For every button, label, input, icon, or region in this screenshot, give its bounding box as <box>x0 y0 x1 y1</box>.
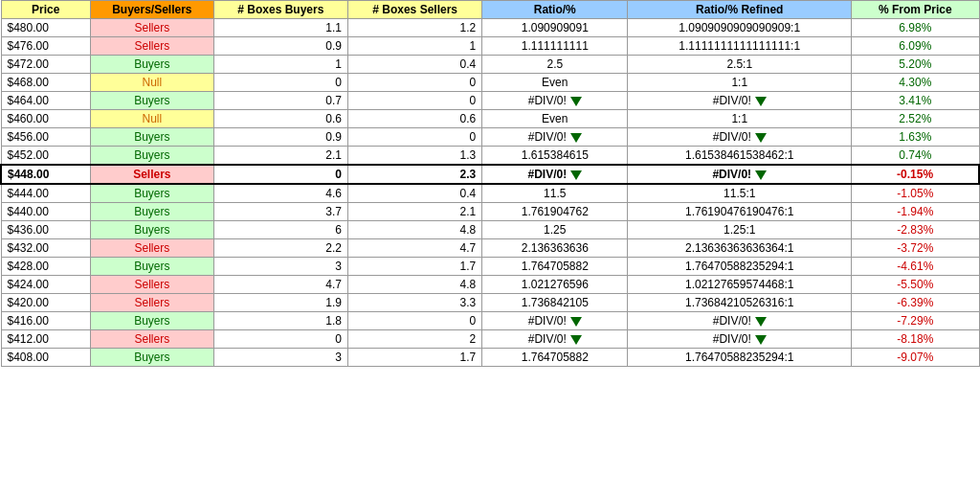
box-sellers-cell: 2.3 <box>347 165 481 184</box>
buyers-sellers-cell: Sellers <box>91 19 214 37</box>
price-cell: $440.00 <box>1 203 91 221</box>
from-price-cell: 6.09% <box>852 37 979 56</box>
box-sellers-cell: 0.4 <box>347 184 481 203</box>
table-row: $412.00Sellers02#DIV/0!#DIV/0!-8.18% <box>1 330 979 349</box>
from-price-cell: -6.39% <box>852 294 979 312</box>
table-row: $420.00Sellers1.93.31.7368421051.7368421… <box>1 294 979 312</box>
box-sellers-cell: 1.7 <box>347 349 481 367</box>
table-row: $472.00Buyers10.42.52.5:15.20% <box>1 56 979 74</box>
price-table: PriceBuyers/Sellers# Boxes Buyers# Boxes… <box>0 0 980 367</box>
triangle-icon <box>570 317 582 327</box>
triangle-icon <box>570 97 582 106</box>
table-row: $432.00Sellers2.24.72.1363636362.1363636… <box>1 239 979 258</box>
box-sellers-cell: 4.8 <box>347 221 481 239</box>
buyers-sellers-cell: Sellers <box>91 239 214 258</box>
price-cell: $436.00 <box>1 221 91 239</box>
box-buyers-cell: 0.7 <box>213 92 347 110</box>
column-header-0: Price <box>1 1 91 19</box>
ratio-refined-cell: 1.76190476190476:1 <box>628 203 852 221</box>
buyers-sellers-cell: Buyers <box>91 92 214 110</box>
price-cell: $444.00 <box>1 184 91 203</box>
ratio-cell: 2.136363636 <box>482 239 628 258</box>
buyers-sellers-cell: Buyers <box>91 128 214 147</box>
table-row: $468.00Null00Even1:14.30% <box>1 74 979 92</box>
triangle-icon <box>570 170 582 180</box>
table-row: $440.00Buyers3.72.11.7619047621.76190476… <box>1 203 979 221</box>
price-cell: $468.00 <box>1 74 91 92</box>
ratio-cell: #DIV/0! <box>482 92 628 110</box>
box-sellers-cell: 4.7 <box>347 239 481 258</box>
ratio-cell: 2.5 <box>482 56 628 74</box>
ratio-refined-cell: 2.13636363636364:1 <box>628 239 852 258</box>
box-sellers-cell: 1.7 <box>347 258 481 276</box>
table-row: $436.00Buyers64.81.251.25:1-2.83% <box>1 221 979 239</box>
ratio-refined-cell: 11.5:1 <box>628 184 852 203</box>
price-cell: $416.00 <box>1 312 91 330</box>
buyers-sellers-cell: Buyers <box>91 147 214 166</box>
column-header-2: # Boxes Buyers <box>213 1 347 19</box>
ratio-cell: 1.111111111 <box>482 37 628 56</box>
box-sellers-cell: 3.3 <box>347 294 481 312</box>
ratio-refined-cell: 1.73684210526316:1 <box>628 294 852 312</box>
ratio-cell: 1.761904762 <box>482 203 628 221</box>
price-cell: $420.00 <box>1 294 91 312</box>
ratio-cell: #DIV/0! <box>482 165 628 184</box>
box-buyers-cell: 4.6 <box>213 184 347 203</box>
ratio-cell: Even <box>482 74 628 92</box>
from-price-cell: -1.94% <box>852 203 979 221</box>
buyers-sellers-cell: Null <box>91 110 214 128</box>
price-cell: $472.00 <box>1 56 91 74</box>
ratio-cell: 1.021276596 <box>482 276 628 294</box>
ratio-cell: #DIV/0! <box>482 330 628 349</box>
table-row: $480.00Sellers1.11.21.0909090911.0909090… <box>1 19 979 37</box>
box-sellers-cell: 0 <box>347 92 481 110</box>
ratio-refined-cell: 1:1 <box>628 74 852 92</box>
price-cell: $480.00 <box>1 19 91 37</box>
triangle-icon <box>570 335 582 345</box>
box-buyers-cell: 3 <box>213 349 347 367</box>
price-cell: $464.00 <box>1 92 91 110</box>
price-cell: $460.00 <box>1 110 91 128</box>
buyers-sellers-cell: Null <box>91 74 214 92</box>
box-buyers-cell: 0 <box>213 330 347 349</box>
price-cell: $408.00 <box>1 349 91 367</box>
ratio-cell: 1.090909091 <box>482 19 628 37</box>
triangle-icon <box>755 133 767 143</box>
ratio-refined-cell: 1:1 <box>628 110 852 128</box>
table-row: $448.00Sellers02.3#DIV/0!#DIV/0!-0.15% <box>1 165 979 184</box>
box-buyers-cell: 0.6 <box>213 110 347 128</box>
box-sellers-cell: 1.2 <box>347 19 481 37</box>
box-sellers-cell: 1.3 <box>347 147 481 166</box>
from-price-cell: 2.52% <box>852 110 979 128</box>
triangle-icon <box>570 133 582 143</box>
table-row: $444.00Buyers4.60.411.511.5:1-1.05% <box>1 184 979 203</box>
from-price-cell: 1.63% <box>852 128 979 147</box>
buyers-sellers-cell: Sellers <box>91 294 214 312</box>
from-price-cell: -5.50% <box>852 276 979 294</box>
buyers-sellers-cell: Buyers <box>91 221 214 239</box>
box-sellers-cell: 0.4 <box>347 56 481 74</box>
ratio-refined-cell: #DIV/0! <box>628 92 852 110</box>
from-price-cell: -8.18% <box>852 330 979 349</box>
ratio-refined-cell: 2.5:1 <box>628 56 852 74</box>
table-row: $408.00Buyers31.71.7647058821.7647058823… <box>1 349 979 367</box>
box-buyers-cell: 6 <box>213 221 347 239</box>
column-header-1: Buyers/Sellers <box>91 1 214 19</box>
price-cell: $452.00 <box>1 147 91 166</box>
ratio-cell: #DIV/0! <box>482 128 628 147</box>
ratio-refined-cell: 1.02127659574468:1 <box>628 276 852 294</box>
triangle-icon <box>755 317 767 327</box>
from-price-cell: -1.05% <box>852 184 979 203</box>
ratio-refined-cell: 1.1111111111111111:1 <box>628 37 852 56</box>
from-price-cell: -7.29% <box>852 312 979 330</box>
table-row: $464.00Buyers0.70#DIV/0!#DIV/0!3.41% <box>1 92 979 110</box>
ratio-refined-cell: 1.76470588235294:1 <box>628 349 852 367</box>
column-header-6: % From Price <box>852 1 979 19</box>
ratio-cell: 1.25 <box>482 221 628 239</box>
buyers-sellers-cell: Sellers <box>91 276 214 294</box>
box-buyers-cell: 1.1 <box>213 19 347 37</box>
box-sellers-cell: 2.1 <box>347 203 481 221</box>
box-sellers-cell: 0 <box>347 128 481 147</box>
from-price-cell: -3.72% <box>852 239 979 258</box>
box-buyers-cell: 0.9 <box>213 128 347 147</box>
